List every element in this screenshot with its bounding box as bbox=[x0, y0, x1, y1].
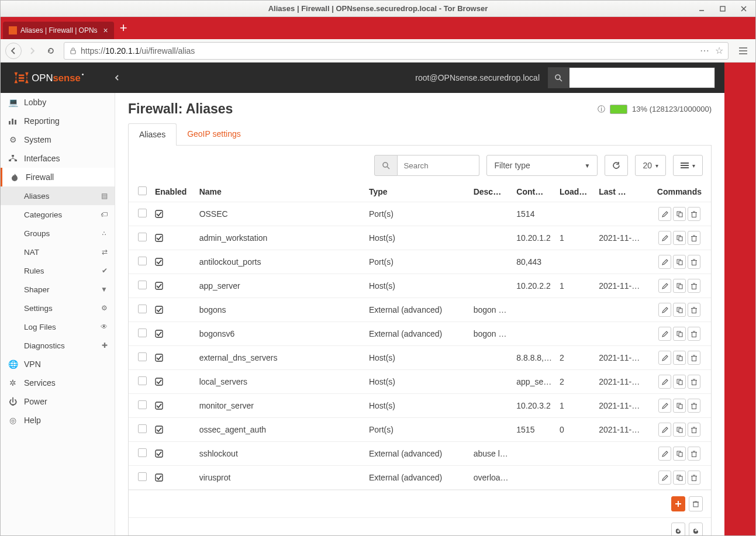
edit-button[interactable] bbox=[658, 255, 671, 269]
row-select-checkbox[interactable] bbox=[138, 209, 147, 217]
sidebar-item-power[interactable]: ⏻Power bbox=[1, 392, 115, 411]
sidebar-item-services[interactable]: ✲Services bbox=[1, 374, 115, 392]
sidebar-item-reporting[interactable]: Reporting bbox=[1, 112, 115, 130]
row-select-checkbox[interactable] bbox=[138, 448, 147, 457]
clone-button[interactable] bbox=[673, 423, 686, 437]
delete-button[interactable] bbox=[688, 279, 700, 293]
sidebar-item-interfaces[interactable]: Interfaces bbox=[1, 149, 115, 168]
col-enabled[interactable]: Enabled bbox=[151, 182, 196, 202]
header-search-input[interactable] bbox=[569, 67, 715, 88]
tab-geoip[interactable]: GeoIP settings bbox=[176, 123, 252, 145]
table-row[interactable]: monitor_serverHost(s)10.20.3.212021-11-… bbox=[129, 394, 711, 418]
table-row[interactable]: bogonsExternal (advanced)bogon … bbox=[129, 298, 711, 322]
delete-button[interactable] bbox=[688, 303, 700, 317]
opnsense-logo[interactable]: OPN sense bbox=[10, 70, 103, 85]
refresh-button[interactable] bbox=[605, 155, 628, 176]
edit-button[interactable] bbox=[658, 207, 671, 221]
add-alias-button[interactable] bbox=[671, 496, 685, 511]
tab-aliases[interactable]: Aliases bbox=[128, 123, 177, 146]
delete-button[interactable] bbox=[688, 255, 700, 269]
edit-button[interactable] bbox=[658, 423, 671, 437]
row-select-checkbox[interactable] bbox=[138, 352, 147, 361]
sidebar-sub-nat[interactable]: NAT⇄ bbox=[1, 243, 115, 261]
delete-button[interactable] bbox=[688, 447, 700, 461]
row-select-checkbox[interactable] bbox=[138, 328, 147, 337]
clone-button[interactable] bbox=[673, 207, 686, 221]
search-icon[interactable] bbox=[374, 155, 398, 176]
table-row[interactable]: app_serverHost(s)10.20.2.212021-11-… bbox=[129, 274, 711, 298]
address-bar[interactable]: https://10.20.1.1/ui/firewall/alias ⋯ ☆ bbox=[64, 42, 729, 60]
delete-button[interactable] bbox=[688, 231, 700, 245]
sidebar-sub-groups[interactable]: Groups⛬ bbox=[1, 224, 115, 243]
edit-button[interactable] bbox=[658, 447, 671, 461]
clone-button[interactable] bbox=[673, 255, 686, 269]
table-search-input[interactable] bbox=[398, 155, 479, 176]
clone-button[interactable] bbox=[673, 351, 686, 365]
page-size-dropdown[interactable]: 20▾ bbox=[635, 155, 666, 176]
browser-tab[interactable]: Aliases | Firewall | OPNs × bbox=[3, 22, 114, 39]
table-row[interactable]: OSSECPort(s)1514 bbox=[129, 202, 711, 226]
edit-button[interactable] bbox=[658, 399, 671, 413]
upload-button[interactable] bbox=[689, 523, 703, 535]
col-last-updated[interactable]: Last … bbox=[595, 182, 643, 202]
col-content[interactable]: Cont… bbox=[513, 182, 556, 202]
sidebar-sub-diagnostics[interactable]: Diagnostics✚ bbox=[1, 336, 115, 355]
clone-button[interactable] bbox=[673, 231, 686, 245]
header-search-button[interactable] bbox=[548, 67, 569, 88]
edit-button[interactable] bbox=[658, 303, 671, 317]
clone-button[interactable] bbox=[673, 327, 686, 341]
clone-button[interactable] bbox=[673, 375, 686, 389]
table-row[interactable]: local_serversHost(s)app_ser…22021-11-… bbox=[129, 370, 711, 394]
edit-button[interactable] bbox=[658, 231, 671, 245]
row-select-checkbox[interactable] bbox=[138, 257, 147, 265]
reload-button[interactable] bbox=[43, 43, 59, 59]
row-select-checkbox[interactable] bbox=[138, 233, 147, 241]
sidebar-item-firewall[interactable]: Firewall bbox=[1, 168, 115, 186]
edit-button[interactable] bbox=[658, 375, 671, 389]
clone-button[interactable] bbox=[673, 447, 686, 461]
select-all-checkbox[interactable] bbox=[138, 186, 147, 195]
table-row[interactable]: antilockout_portsPort(s)80,443 bbox=[129, 250, 711, 274]
col-description[interactable]: Desc… bbox=[470, 182, 513, 202]
table-row[interactable]: sshlockoutExternal (advanced)abuse l… bbox=[129, 442, 711, 466]
sidebar-item-vpn[interactable]: 🌐VPN bbox=[1, 355, 115, 374]
col-name[interactable]: Name bbox=[196, 182, 365, 202]
sidebar-sub-log-files[interactable]: Log Files👁 bbox=[1, 317, 115, 336]
new-tab-button[interactable]: + bbox=[116, 19, 133, 39]
minimize-button[interactable] bbox=[697, 4, 706, 13]
sidebar-item-help[interactable]: ◎Help bbox=[1, 411, 115, 430]
sidebar-sub-settings[interactable]: Settings⚙ bbox=[1, 299, 115, 317]
security-lock-icon[interactable] bbox=[69, 47, 77, 55]
col-loaded[interactable]: Load… bbox=[556, 182, 595, 202]
row-select-checkbox[interactable] bbox=[138, 376, 147, 385]
sidebar-sub-shaper[interactable]: Shaper▼ bbox=[1, 280, 115, 299]
sidebar-sub-rules[interactable]: Rules✔ bbox=[1, 261, 115, 280]
bookmark-star-icon[interactable]: ☆ bbox=[715, 45, 723, 56]
back-button[interactable] bbox=[5, 43, 22, 59]
row-select-checkbox[interactable] bbox=[138, 472, 147, 481]
columns-dropdown[interactable]: ▾ bbox=[673, 155, 703, 176]
row-select-checkbox[interactable] bbox=[138, 281, 147, 289]
row-select-checkbox[interactable] bbox=[138, 305, 147, 313]
clone-button[interactable] bbox=[673, 303, 686, 317]
delete-button[interactable] bbox=[688, 471, 700, 485]
clone-button[interactable] bbox=[673, 399, 686, 413]
close-tab-icon[interactable]: × bbox=[103, 26, 108, 35]
delete-button[interactable] bbox=[688, 327, 700, 341]
close-window-button[interactable] bbox=[739, 4, 748, 13]
table-row[interactable]: ossec_agent_authPort(s)151502021-11-… bbox=[129, 418, 711, 442]
delete-button[interactable] bbox=[688, 207, 700, 221]
hamburger-menu-button[interactable] bbox=[734, 42, 752, 60]
sidebar-toggle-icon[interactable] bbox=[114, 74, 120, 82]
delete-button[interactable] bbox=[688, 351, 700, 365]
current-user-label[interactable]: root@OPNsense.securedrop.local bbox=[415, 73, 540, 82]
sidebar-item-system[interactable]: ⚙System bbox=[1, 130, 115, 149]
sidebar-sub-categories[interactable]: Categories🏷 bbox=[1, 205, 115, 224]
sidebar-sub-aliases[interactable]: Aliases▤ bbox=[1, 186, 115, 205]
clone-button[interactable] bbox=[673, 471, 686, 485]
edit-button[interactable] bbox=[658, 327, 671, 341]
delete-button[interactable] bbox=[688, 375, 700, 389]
maximize-button[interactable] bbox=[718, 4, 727, 13]
table-row[interactable]: bogonsv6External (advanced)bogon … bbox=[129, 322, 711, 346]
table-row[interactable]: admin_workstationHost(s)10.20.1.212021-1… bbox=[129, 226, 711, 250]
